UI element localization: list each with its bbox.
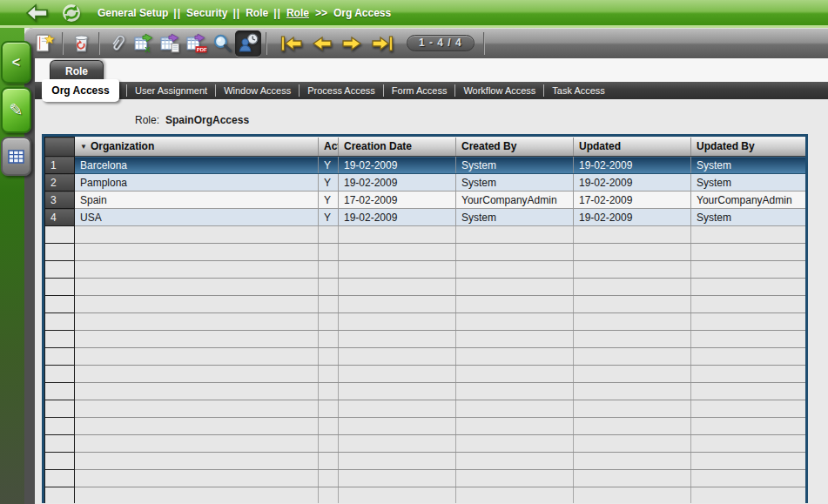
empty-cell <box>339 244 456 261</box>
empty-cell <box>691 435 806 453</box>
sidebar-tab-grid-view[interactable] <box>1 137 31 176</box>
table-row-spain[interactable]: 3 Spain Y 17-02-2009 YourCompanyAdmin 17… <box>45 192 806 209</box>
active-tab-label: Org Access <box>51 84 109 97</box>
export-excel-button[interactable]: X <box>131 30 157 57</box>
empty-cell <box>456 313 574 331</box>
tab-workflow-access[interactable]: Workflow Access <box>454 84 543 97</box>
first-record-button[interactable] <box>277 31 305 56</box>
attachment-button[interactable] <box>104 30 131 57</box>
table-row-barcelona[interactable]: 1 Barcelona Y 19-02-2009 System 19-02-20… <box>45 157 806 174</box>
change-audit-button[interactable] <box>235 30 261 57</box>
empty-cell <box>574 331 691 348</box>
grid-icon <box>8 150 24 164</box>
column-header-created-by[interactable]: Created By <box>456 138 574 157</box>
cell-creation-date: 19-02-2009 <box>339 209 456 226</box>
empty-cell <box>319 279 339 296</box>
empty-cell <box>75 296 319 313</box>
breadcrumb-window-link[interactable]: Role <box>286 7 309 19</box>
empty-cell <box>574 226 691 244</box>
export-pdf-button[interactable]: PDF <box>183 30 209 57</box>
trash-icon <box>71 32 92 54</box>
breadcrumb-item: General Setup <box>98 7 168 19</box>
cell-updated-by: YourCompanyAdmin <box>691 192 806 209</box>
empty-cell <box>691 296 806 313</box>
breadcrumb-separator: || <box>232 7 240 19</box>
empty-cell <box>691 453 806 470</box>
refresh-button[interactable] <box>59 3 84 24</box>
empty-cell <box>691 313 806 331</box>
table-row-usa[interactable]: 4 USA Y 19-02-2009 System 19-02-2009 Sys… <box>45 209 806 226</box>
empty-cell <box>574 453 691 470</box>
empty-rownum-cell <box>45 470 75 487</box>
column-header-rownum <box>45 138 75 157</box>
cell-updated-by: System <box>691 209 806 226</box>
toolbar-separator <box>483 32 485 55</box>
tab-user-assignment[interactable]: User Assignment <box>126 84 215 97</box>
empty-row <box>45 487 806 504</box>
paperclip-icon <box>107 32 129 54</box>
zoom-button[interactable] <box>209 30 235 57</box>
window-tab-label: Role <box>65 65 88 77</box>
magnifier-icon <box>212 32 233 54</box>
empty-rownum-cell <box>45 435 75 453</box>
empty-row <box>45 261 806 279</box>
column-header-updated-by[interactable]: Updated By <box>691 138 806 157</box>
export-excel-icon: X <box>133 32 155 54</box>
last-record-button[interactable] <box>368 31 396 56</box>
main-panel: X PDF <box>24 28 828 504</box>
new-record-icon <box>34 32 56 54</box>
header-row: ▼Organization Acti Creation Date Created… <box>45 138 806 157</box>
tab-window-access[interactable]: Window Access <box>215 84 299 97</box>
new-record-button[interactable] <box>31 30 57 57</box>
empty-cell <box>319 366 339 383</box>
sidebar-tab-edit-view[interactable]: ✎ <box>1 87 31 133</box>
breadcrumb: General Setup || Security || Role || Rol… <box>98 7 391 19</box>
empty-cell <box>691 279 806 296</box>
column-header-updated[interactable]: Updated <box>574 138 691 157</box>
empty-cell <box>574 348 691 366</box>
empty-cell <box>691 470 806 487</box>
cell-updated: 19-02-2009 <box>574 174 691 192</box>
empty-cell <box>75 313 319 331</box>
empty-row <box>45 470 806 487</box>
empty-cell <box>75 226 319 244</box>
empty-row <box>45 366 806 383</box>
column-header-creation-date[interactable]: Creation Date <box>339 138 456 157</box>
tab-form-access[interactable]: Form Access <box>383 84 455 97</box>
cell-updated-by: System <box>691 157 806 174</box>
empty-cell <box>691 383 806 400</box>
cell-organization: Spain <box>75 192 319 209</box>
cell-updated: 17-02-2009 <box>574 192 691 209</box>
empty-row <box>45 453 806 470</box>
cell-updated: 19-02-2009 <box>574 157 691 174</box>
cell-created-by: YourCompanyAdmin <box>456 192 574 209</box>
empty-cell <box>319 244 339 261</box>
empty-cell <box>75 453 319 470</box>
column-header-organization[interactable]: ▼Organization <box>75 138 319 157</box>
copy-record-button[interactable] <box>157 30 183 57</box>
next-record-button[interactable] <box>338 31 366 56</box>
column-header-active[interactable]: Acti <box>319 138 339 157</box>
empty-rownum-cell <box>45 453 75 470</box>
empty-cell <box>574 261 691 279</box>
cell-updated: 19-02-2009 <box>574 209 691 226</box>
tab-process-access[interactable]: Process Access <box>299 84 383 97</box>
record-identifier-label: Role: <box>135 114 159 126</box>
breadcrumb-current-tab: Org Access <box>333 7 391 19</box>
empty-cell <box>574 313 691 331</box>
back-button[interactable] <box>24 3 51 24</box>
empty-cell <box>574 296 691 313</box>
tab-task-access[interactable]: Task Access <box>543 84 613 97</box>
empty-cell <box>75 418 319 435</box>
tab-org-access[interactable]: Org Access <box>42 79 119 102</box>
empty-row <box>45 313 806 331</box>
empty-row <box>45 348 806 366</box>
empty-row <box>45 400 806 418</box>
sidebar-tab-collapse[interactable]: < <box>1 41 31 84</box>
previous-record-button[interactable] <box>307 31 335 56</box>
table-row-pamplona[interactable]: 2 Pamplona Y 19-02-2009 System 19-02-200… <box>45 174 806 192</box>
cell-created-by: System <box>456 174 574 192</box>
empty-cell <box>456 383 574 400</box>
empty-cell <box>319 261 339 279</box>
delete-record-button[interactable] <box>68 30 94 57</box>
